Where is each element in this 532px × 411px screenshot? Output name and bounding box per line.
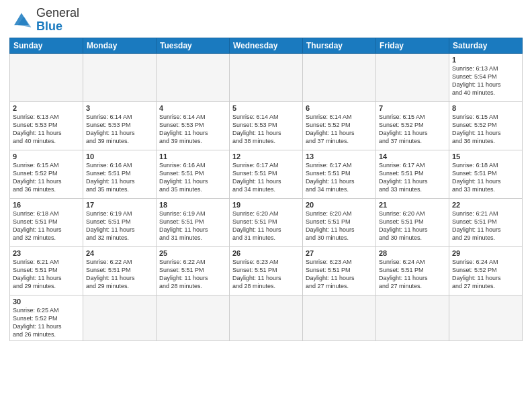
calendar-cell: [83, 53, 157, 101]
cell-sunrise-info: Sunrise: 6:16 AM Sunset: 5:51 PM Dayligh…: [86, 161, 153, 194]
calendar-cell: [83, 295, 157, 341]
day-number: 9: [13, 152, 80, 161]
weekday-header: Wednesday: [230, 38, 303, 53]
calendar-cell: 15Sunrise: 6:18 AM Sunset: 5:51 PM Dayli…: [449, 150, 523, 198]
calendar-week-row: 2Sunrise: 6:13 AM Sunset: 5:53 PM Daylig…: [10, 101, 523, 150]
calendar-cell: 23Sunrise: 6:21 AM Sunset: 5:51 PM Dayli…: [10, 246, 83, 295]
cell-sunrise-info: Sunrise: 6:22 AM Sunset: 5:51 PM Dayligh…: [159, 258, 226, 291]
day-number: 26: [232, 249, 300, 257]
calendar-cell: 28Sunrise: 6:24 AM Sunset: 5:51 PM Dayli…: [376, 246, 449, 295]
cell-sunrise-info: Sunrise: 6:19 AM Sunset: 5:51 PM Dayligh…: [86, 210, 153, 242]
calendar-cell: [10, 53, 83, 101]
day-number: 25: [159, 249, 226, 257]
calendar-cell: [230, 295, 303, 341]
day-number: 29: [452, 249, 519, 257]
calendar-cell: [157, 295, 230, 341]
calendar-cell: 3Sunrise: 6:14 AM Sunset: 5:53 PM Daylig…: [83, 101, 157, 150]
day-number: 21: [379, 201, 446, 209]
cell-sunrise-info: Sunrise: 6:21 AM Sunset: 5:51 PM Dayligh…: [452, 210, 519, 242]
weekday-header: Sunday: [10, 38, 83, 53]
weekday-header: Tuesday: [157, 38, 230, 53]
calendar-cell: [449, 295, 523, 341]
day-number: 18: [159, 201, 226, 209]
day-number: 7: [379, 104, 446, 112]
weekday-header-row: SundayMondayTuesdayWednesdayThursdayFrid…: [10, 38, 523, 53]
calendar-cell: [157, 53, 230, 101]
day-number: 27: [306, 249, 373, 257]
calendar-cell: 21Sunrise: 6:20 AM Sunset: 5:51 PM Dayli…: [376, 198, 449, 246]
calendar-week-row: 30Sunrise: 6:25 AM Sunset: 5:52 PM Dayli…: [10, 295, 523, 341]
calendar-cell: 26Sunrise: 6:23 AM Sunset: 5:51 PM Dayli…: [230, 246, 303, 295]
calendar-cell: 18Sunrise: 6:19 AM Sunset: 5:51 PM Dayli…: [157, 198, 230, 246]
calendar-cell: 30Sunrise: 6:25 AM Sunset: 5:52 PM Dayli…: [10, 295, 83, 341]
day-number: 30: [13, 298, 80, 306]
day-number: 13: [306, 152, 373, 161]
day-number: 2: [13, 104, 80, 112]
cell-sunrise-info: Sunrise: 6:25 AM Sunset: 5:52 PM Dayligh…: [13, 306, 80, 339]
calendar-cell: 7Sunrise: 6:15 AM Sunset: 5:52 PM Daylig…: [376, 101, 449, 150]
cell-sunrise-info: Sunrise: 6:16 AM Sunset: 5:51 PM Dayligh…: [159, 161, 226, 194]
day-number: 22: [452, 201, 519, 209]
day-number: 20: [306, 201, 373, 209]
logo-icon: [9, 10, 34, 30]
cell-sunrise-info: Sunrise: 6:14 AM Sunset: 5:53 PM Dayligh…: [159, 113, 226, 146]
calendar-week-row: 23Sunrise: 6:21 AM Sunset: 5:51 PM Dayli…: [10, 246, 523, 295]
calendar-cell: 6Sunrise: 6:14 AM Sunset: 5:52 PM Daylig…: [303, 101, 376, 150]
cell-sunrise-info: Sunrise: 6:18 AM Sunset: 5:51 PM Dayligh…: [13, 210, 80, 242]
weekday-header: Friday: [376, 38, 449, 53]
calendar-cell: 27Sunrise: 6:23 AM Sunset: 5:51 PM Dayli…: [303, 246, 376, 295]
day-number: 15: [452, 152, 519, 161]
calendar-cell: 19Sunrise: 6:20 AM Sunset: 5:51 PM Dayli…: [230, 198, 303, 246]
calendar-cell: 24Sunrise: 6:22 AM Sunset: 5:51 PM Dayli…: [83, 246, 157, 295]
calendar-cell: 14Sunrise: 6:17 AM Sunset: 5:51 PM Dayli…: [376, 150, 449, 198]
calendar-week-row: 9Sunrise: 6:15 AM Sunset: 5:52 PM Daylig…: [10, 150, 523, 198]
cell-sunrise-info: Sunrise: 6:24 AM Sunset: 5:52 PM Dayligh…: [452, 258, 519, 291]
cell-sunrise-info: Sunrise: 6:15 AM Sunset: 5:52 PM Dayligh…: [452, 113, 519, 146]
calendar-cell: 20Sunrise: 6:20 AM Sunset: 5:51 PM Dayli…: [303, 198, 376, 246]
cell-sunrise-info: Sunrise: 6:23 AM Sunset: 5:51 PM Dayligh…: [232, 258, 300, 291]
calendar-cell: [376, 53, 449, 101]
day-number: 11: [159, 152, 226, 161]
weekday-header: Thursday: [303, 38, 376, 53]
day-number: 4: [159, 104, 226, 112]
cell-sunrise-info: Sunrise: 6:14 AM Sunset: 5:53 PM Dayligh…: [232, 113, 300, 146]
calendar-cell: 5Sunrise: 6:14 AM Sunset: 5:53 PM Daylig…: [230, 101, 303, 150]
calendar-cell: [303, 295, 376, 341]
calendar-cell: 9Sunrise: 6:15 AM Sunset: 5:52 PM Daylig…: [10, 150, 83, 198]
day-number: 28: [379, 249, 446, 257]
day-number: 8: [452, 104, 519, 112]
weekday-header: Monday: [83, 38, 157, 53]
page: GeneralBlue SundayMondayTuesdayWednesday…: [0, 0, 532, 411]
day-number: 6: [306, 104, 373, 112]
cell-sunrise-info: Sunrise: 6:24 AM Sunset: 5:51 PM Dayligh…: [379, 258, 446, 291]
day-number: 1: [452, 56, 519, 64]
cell-sunrise-info: Sunrise: 6:19 AM Sunset: 5:51 PM Dayligh…: [159, 210, 226, 242]
day-number: 24: [86, 249, 153, 257]
cell-sunrise-info: Sunrise: 6:17 AM Sunset: 5:51 PM Dayligh…: [306, 161, 373, 194]
day-number: 3: [86, 104, 153, 112]
cell-sunrise-info: Sunrise: 6:14 AM Sunset: 5:52 PM Dayligh…: [306, 113, 373, 146]
cell-sunrise-info: Sunrise: 6:21 AM Sunset: 5:51 PM Dayligh…: [13, 258, 80, 291]
cell-sunrise-info: Sunrise: 6:15 AM Sunset: 5:52 PM Dayligh…: [379, 113, 446, 146]
calendar-cell: 16Sunrise: 6:18 AM Sunset: 5:51 PM Dayli…: [10, 198, 83, 246]
cell-sunrise-info: Sunrise: 6:20 AM Sunset: 5:51 PM Dayligh…: [379, 210, 446, 242]
calendar-cell: 10Sunrise: 6:16 AM Sunset: 5:51 PM Dayli…: [83, 150, 157, 198]
calendar-cell: 25Sunrise: 6:22 AM Sunset: 5:51 PM Dayli…: [157, 246, 230, 295]
day-number: 5: [232, 104, 300, 112]
day-number: 23: [13, 249, 80, 257]
calendar-cell: [376, 295, 449, 341]
weekday-header: Saturday: [449, 38, 523, 53]
cell-sunrise-info: Sunrise: 6:18 AM Sunset: 5:51 PM Dayligh…: [452, 161, 519, 194]
cell-sunrise-info: Sunrise: 6:22 AM Sunset: 5:51 PM Dayligh…: [86, 258, 153, 291]
header: GeneralBlue: [9, 7, 523, 34]
calendar-cell: 17Sunrise: 6:19 AM Sunset: 5:51 PM Dayli…: [83, 198, 157, 246]
calendar-cell: 4Sunrise: 6:14 AM Sunset: 5:53 PM Daylig…: [157, 101, 230, 150]
calendar-week-row: 16Sunrise: 6:18 AM Sunset: 5:51 PM Dayli…: [10, 198, 523, 246]
cell-sunrise-info: Sunrise: 6:20 AM Sunset: 5:51 PM Dayligh…: [232, 210, 300, 242]
calendar-cell: 13Sunrise: 6:17 AM Sunset: 5:51 PM Dayli…: [303, 150, 376, 198]
calendar-cell: 1Sunrise: 6:13 AM Sunset: 5:54 PM Daylig…: [449, 53, 523, 101]
calendar-cell: [230, 53, 303, 101]
cell-sunrise-info: Sunrise: 6:17 AM Sunset: 5:51 PM Dayligh…: [232, 161, 300, 194]
cell-sunrise-info: Sunrise: 6:20 AM Sunset: 5:51 PM Dayligh…: [306, 210, 373, 242]
day-number: 16: [13, 201, 80, 209]
